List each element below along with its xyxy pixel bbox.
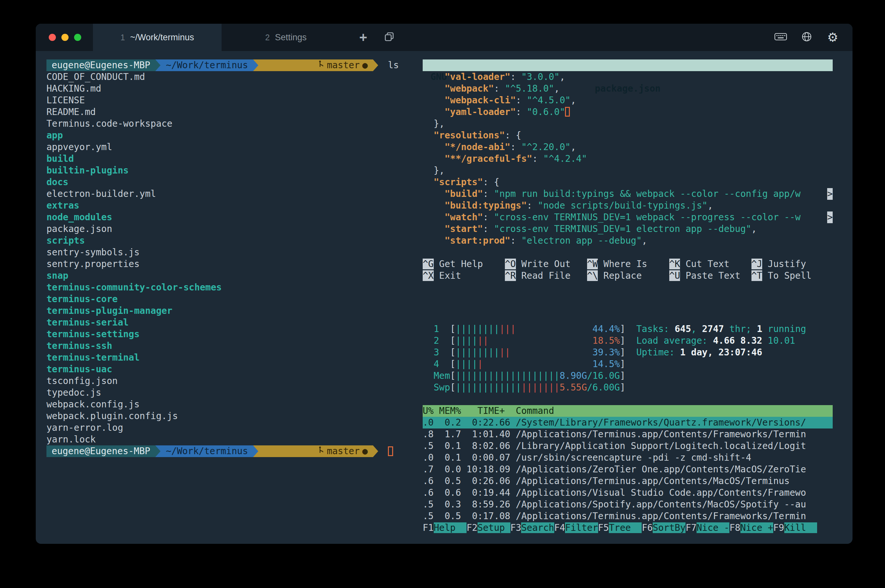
process-row: .5 0.1 8:02.06 /Library/Application Supp… — [423, 440, 833, 452]
terminal-cursor — [388, 446, 393, 456]
nano-line: }, — [423, 118, 833, 130]
powerline-arrow — [253, 60, 258, 71]
prompt-git-segment: master ● — [258, 60, 373, 71]
htop-meter-line: Mem[|||||||||||||||||||8.90G/16.0G] — [423, 370, 833, 382]
process-row: .5 0.5 0:17.08 /Applications/Terminus.ap… — [423, 510, 833, 522]
nano-line: "start:prod": "electron app --debug", — [423, 235, 833, 247]
tab-work-terminus[interactable]: 1 ~/Work/terminus — [93, 24, 222, 51]
git-dirty-dot: ● — [362, 446, 368, 457]
typed-command: ls — [388, 60, 399, 71]
close-button[interactable] — [49, 34, 56, 41]
htop-meter-line: 4 [||||| 14.5%] — [423, 358, 833, 370]
file-entry: snap — [46, 270, 418, 282]
file-entry: docs — [46, 176, 418, 188]
process-row: .0 0.2 0:22.66 /System/Library/Framework… — [423, 417, 833, 429]
file-entry: webpack.plugin.config.js — [46, 410, 418, 422]
nano-line: "**/graceful-fs": "^4.2.4" — [423, 153, 833, 165]
file-entry: typedoc.js — [46, 387, 418, 399]
maximize-button[interactable] — [74, 34, 81, 41]
nano-line: "val-loader": "3.0.0", — [423, 71, 833, 83]
file-entry: terminus-serial — [46, 317, 418, 328]
titlebar-right-buttons: ⚙ — [770, 24, 843, 51]
powerline-arrow — [373, 446, 378, 457]
shell-prompt: eugene@Eugenes-MBP ~/Work/terminus maste… — [46, 446, 418, 457]
htop-meter-line: 1 [||||||||||| 44.4%] Tasks: 645, 2747 t… — [423, 323, 833, 335]
prompt-git-segment: master ● — [258, 446, 373, 457]
prompt-user-host: eugene@Eugenes-MBP — [46, 446, 155, 457]
git-branch-name: master — [327, 446, 360, 457]
file-entry: terminus-uac — [46, 363, 418, 375]
htop-meters: 1 [||||||||||| 44.4%] Tasks: 645, 2747 t… — [423, 323, 833, 405]
tab-title: ~/Work/terminus — [130, 33, 194, 42]
htop-meter-line: 2 [|||||| 18.5%] Load average: 4.66 8.32… — [423, 335, 833, 346]
file-entry: terminus-community-color-schemes — [46, 282, 418, 293]
process-row: .0 0.1 0:00.07 /usr/sbin/screencapture -… — [423, 452, 833, 464]
file-entry: LICENSE — [46, 94, 418, 106]
file-entry: extras — [46, 200, 418, 212]
nano-line: "webpack-cli": "^4.5.0", — [423, 94, 833, 106]
language-globe-button[interactable] — [796, 24, 818, 51]
nano-line: "build:typings": "node scripts/build-typ… — [423, 200, 833, 212]
keyboard-icon — [774, 32, 787, 42]
prompt-cwd: ~/Work/terminus — [160, 60, 253, 71]
powerline-arrow — [253, 446, 258, 457]
file-listing: CODE_OF_CONDUCT.mdHACKING.mdLICENSEREADM… — [46, 71, 418, 446]
duplicate-tab-button[interactable] — [376, 24, 402, 51]
nano-shortcut-row: ^G Get Help ^O Write Out ^W Where Is ^K … — [423, 258, 833, 270]
process-row: .7 0.0 10:18.09 /Applications/ZeroTier O… — [423, 464, 833, 475]
file-entry: terminus-plugin-manager — [46, 305, 418, 317]
nano-line: "resolutions": { — [423, 130, 833, 141]
powerline-arrow — [155, 446, 160, 457]
fkey-bar: F1Help F2Setup F3SearchF4FilterF5Tree F6… — [423, 522, 833, 534]
terminus-window: 1 ~/Work/terminus 2 Settings + — [36, 24, 852, 544]
prompt-user-host: eugene@Eugenes-MBP — [46, 60, 155, 71]
tab-settings[interactable]: 2 Settings — [222, 24, 350, 51]
overlapping-windows-icon — [383, 31, 395, 44]
htop-meter-line: 3 [|||||||||| 39.3%] Uptime: 1 day, 23:0… — [423, 346, 833, 358]
file-entry: Terminus.code-workspace — [46, 118, 418, 130]
file-entry: package.json — [46, 223, 418, 235]
process-row: .6 0.6 0:19.44 /Applications/Visual Stud… — [423, 487, 833, 499]
nano-line: "watch": "cross-env TERMINUS_DEV=1 webpa… — [423, 212, 833, 223]
powerline-arrow — [155, 60, 160, 71]
file-entry: appveyor.yml — [46, 141, 418, 153]
powerline-arrow — [373, 60, 378, 71]
window-controls — [49, 24, 81, 51]
nano-line: "scripts": { — [423, 176, 833, 188]
nano-line: "*/node-abi": "^2.20.0", — [423, 141, 833, 153]
htop-function-key-bar: F1Help F2Setup F3SearchF4FilterF5Tree F6… — [423, 522, 833, 534]
htop-meter-line: Swp[|||||||||||||||||||5.55G/6.00G] — [423, 382, 833, 393]
settings-button[interactable]: ⚙ — [822, 24, 843, 51]
git-dirty-dot: ● — [362, 60, 368, 71]
terminal-pane-htop[interactable]: 1 [||||||||||| 44.4%] Tasks: 645, 2747 t… — [423, 323, 833, 534]
minimize-button[interactable] — [62, 34, 69, 41]
on-screen-keyboard-button[interactable] — [770, 24, 791, 51]
git-branch-icon — [264, 434, 324, 469]
tab-bar: 1 ~/Work/terminus 2 Settings + — [93, 24, 402, 51]
process-row: .5 0.3 8:59.26 /Applications/Spotify.app… — [423, 499, 833, 510]
file-entry: CODE_OF_CONDUCT.md — [46, 71, 418, 83]
file-entry: terminus-terminal — [46, 352, 418, 363]
file-entry: scripts — [46, 235, 418, 247]
nano-line: "build": "npm run build:typings && webpa… — [423, 188, 833, 200]
file-entry: node_modules — [46, 212, 418, 223]
file-entry: yarn.lock — [46, 434, 418, 446]
new-tab-button[interactable]: + — [350, 24, 376, 51]
nano-line: "start": "cross-env TERMINUS_DEV=1 elect… — [423, 223, 833, 235]
nano-shortcut-row — [423, 247, 833, 258]
file-entry: app — [46, 130, 418, 141]
file-entry: electron-builder.yml — [46, 188, 418, 200]
file-entry: README.md — [46, 106, 418, 118]
file-entry: build — [46, 153, 418, 165]
shell-prompt: eugene@Eugenes-MBP ~/Work/terminus maste… — [46, 60, 418, 71]
terminal-pane-nano[interactable]: GNU nano 4.5 package.json "val-loader": … — [423, 60, 833, 282]
terminal-pane-left[interactable]: eugene@Eugenes-MBP ~/Work/terminus maste… — [46, 60, 418, 457]
globe-icon — [801, 31, 813, 44]
plus-icon: + — [359, 30, 368, 45]
file-entry: tsconfig.json — [46, 375, 418, 387]
file-entry: sentry.properties — [46, 258, 418, 270]
process-row: U% MEM% TIME+ Command — [423, 405, 833, 417]
nano-line: "yaml-loader": "0.6.0" — [423, 106, 833, 118]
git-branch-name: master — [327, 60, 360, 71]
file-entry: webpack.config.js — [46, 399, 418, 410]
